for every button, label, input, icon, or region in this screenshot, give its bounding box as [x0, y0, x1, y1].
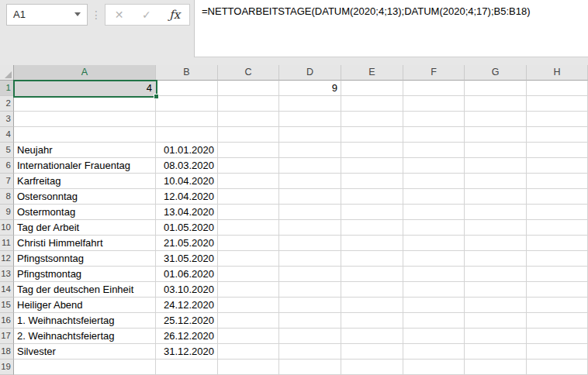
- cell-B10[interactable]: 01.05.2020: [156, 220, 218, 236]
- cell-G10[interactable]: [465, 220, 527, 236]
- cell-A14[interactable]: Tag der deutschen Einheit: [14, 282, 156, 298]
- cell-C6[interactable]: [218, 158, 279, 174]
- column-header-A[interactable]: A: [14, 65, 156, 81]
- cell-E5[interactable]: [341, 143, 403, 158]
- cell-H15[interactable]: [527, 298, 588, 313]
- cell-E11[interactable]: [341, 236, 403, 251]
- row-header-1[interactable]: 1: [0, 81, 14, 96]
- cell-F17[interactable]: [403, 329, 465, 344]
- cell-D4[interactable]: [279, 127, 341, 143]
- cell-E2[interactable]: [341, 96, 403, 112]
- row-header-7[interactable]: 7: [0, 174, 14, 189]
- column-header-D[interactable]: D: [279, 65, 341, 81]
- cell-H3[interactable]: [527, 112, 588, 127]
- row-header-4[interactable]: 4: [0, 127, 14, 143]
- cell-B12[interactable]: 31.05.2020: [156, 251, 218, 267]
- cell-G7[interactable]: [465, 174, 527, 189]
- cell-B14[interactable]: 03.10.2020: [156, 282, 218, 298]
- column-header-C[interactable]: C: [218, 65, 279, 81]
- row-header-18[interactable]: 18: [0, 344, 14, 360]
- cell-H17[interactable]: [527, 329, 588, 344]
- row-header-8[interactable]: 8: [0, 189, 14, 205]
- cell-A5[interactable]: Neujahr: [14, 143, 156, 158]
- insert-function-icon[interactable]: ƒx: [169, 5, 180, 25]
- cell-C4[interactable]: [218, 127, 279, 143]
- cell-E18[interactable]: [341, 344, 403, 360]
- cell-G18[interactable]: [465, 344, 527, 360]
- cell-E19[interactable]: [341, 360, 403, 375]
- cell-A15[interactable]: Heiliger Abend: [14, 298, 156, 313]
- cell-G9[interactable]: [465, 205, 527, 220]
- cell-F2[interactable]: [403, 96, 465, 112]
- cell-D12[interactable]: [279, 251, 341, 267]
- cell-D11[interactable]: [279, 236, 341, 251]
- cell-A11[interactable]: Christi Himmelfahrt: [14, 236, 156, 251]
- cell-E8[interactable]: [341, 189, 403, 205]
- cell-H8[interactable]: [527, 189, 588, 205]
- cell-H6[interactable]: [527, 158, 588, 174]
- cell-D17[interactable]: [279, 329, 341, 344]
- cell-B19[interactable]: [156, 360, 218, 375]
- cell-C16[interactable]: [218, 313, 279, 329]
- cell-B6[interactable]: 08.03.2020: [156, 158, 218, 174]
- cell-C12[interactable]: [218, 251, 279, 267]
- cell-F5[interactable]: [403, 143, 465, 158]
- cell-H18[interactable]: [527, 344, 588, 360]
- cell-E17[interactable]: [341, 329, 403, 344]
- cell-G12[interactable]: [465, 251, 527, 267]
- cell-B13[interactable]: 01.06.2020: [156, 267, 218, 282]
- cell-B15[interactable]: 24.12.2020: [156, 298, 218, 313]
- cell-C3[interactable]: [218, 112, 279, 127]
- cell-F7[interactable]: [403, 174, 465, 189]
- cell-D16[interactable]: [279, 313, 341, 329]
- cell-B7[interactable]: 10.04.2020: [156, 174, 218, 189]
- cell-A7[interactable]: Karfreitag: [14, 174, 156, 189]
- cell-D19[interactable]: [279, 360, 341, 375]
- cell-F1[interactable]: [403, 81, 465, 96]
- cell-H1[interactable]: [527, 81, 588, 96]
- row-header-6[interactable]: 6: [0, 158, 14, 174]
- chevron-down-icon[interactable]: [74, 12, 81, 16]
- cell-E7[interactable]: [341, 174, 403, 189]
- cell-E3[interactable]: [341, 112, 403, 127]
- cell-C7[interactable]: [218, 174, 279, 189]
- cell-D14[interactable]: [279, 282, 341, 298]
- cell-G4[interactable]: [465, 127, 527, 143]
- cell-D9[interactable]: [279, 205, 341, 220]
- formula-bar[interactable]: =NETTOARBEITSTAGE(DATUM(2020;4;13);DATUM…: [194, 0, 588, 57]
- cell-E9[interactable]: [341, 205, 403, 220]
- cell-C14[interactable]: [218, 282, 279, 298]
- cell-A12[interactable]: Pfingstsonntag: [14, 251, 156, 267]
- cell-C10[interactable]: [218, 220, 279, 236]
- cell-D13[interactable]: [279, 267, 341, 282]
- cell-D2[interactable]: [279, 96, 341, 112]
- row-header-14[interactable]: 14: [0, 282, 14, 298]
- cell-D5[interactable]: [279, 143, 341, 158]
- cell-E14[interactable]: [341, 282, 403, 298]
- cell-F3[interactable]: [403, 112, 465, 127]
- cell-C17[interactable]: [218, 329, 279, 344]
- cell-H9[interactable]: [527, 205, 588, 220]
- cell-E4[interactable]: [341, 127, 403, 143]
- cell-E10[interactable]: [341, 220, 403, 236]
- cell-F12[interactable]: [403, 251, 465, 267]
- cell-E15[interactable]: [341, 298, 403, 313]
- cell-A9[interactable]: Ostermontag: [14, 205, 156, 220]
- cell-A13[interactable]: Pfingstmontag: [14, 267, 156, 282]
- cell-C15[interactable]: [218, 298, 279, 313]
- cell-B18[interactable]: 31.12.2020: [156, 344, 218, 360]
- cell-C1[interactable]: [218, 81, 279, 96]
- cell-D1[interactable]: 9: [279, 81, 341, 96]
- cell-A10[interactable]: Tag der Arbeit: [14, 220, 156, 236]
- cell-B11[interactable]: 21.05.2020: [156, 236, 218, 251]
- cell-F10[interactable]: [403, 220, 465, 236]
- cell-F15[interactable]: [403, 298, 465, 313]
- cell-B9[interactable]: 13.04.2020: [156, 205, 218, 220]
- cell-G6[interactable]: [465, 158, 527, 174]
- cell-C8[interactable]: [218, 189, 279, 205]
- cell-G8[interactable]: [465, 189, 527, 205]
- cell-F6[interactable]: [403, 158, 465, 174]
- cell-B16[interactable]: 25.12.2020: [156, 313, 218, 329]
- cell-F11[interactable]: [403, 236, 465, 251]
- row-header-19[interactable]: 19: [0, 360, 14, 375]
